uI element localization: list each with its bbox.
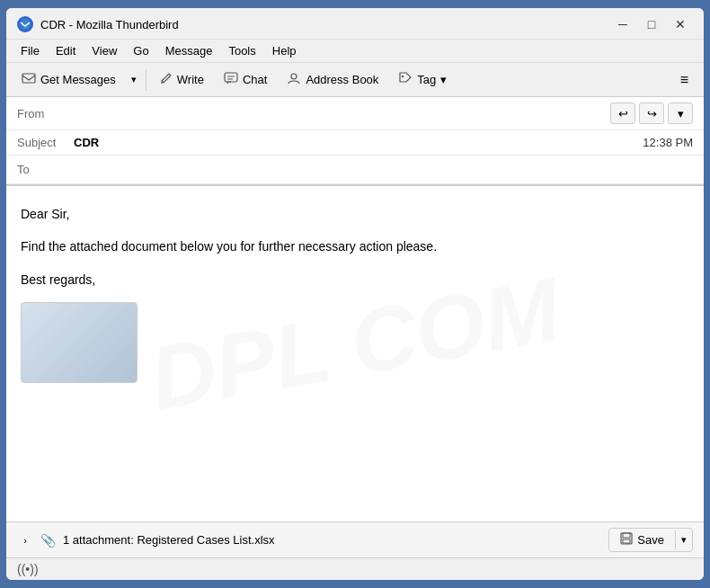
address-book-icon	[287, 71, 301, 88]
subject-label: Subject	[17, 136, 67, 149]
to-row: To	[6, 156, 704, 184]
menu-bar: File Edit View Go Message Tools Help	[6, 40, 704, 63]
more-actions-button[interactable]: ▾	[668, 102, 693, 124]
attachment-bar: › 📎 1 attachment: Registered Cases List.…	[6, 521, 704, 557]
tag-dropdown-icon: ▾	[440, 73, 447, 86]
minimize-button[interactable]: ─	[610, 15, 635, 33]
tag-button[interactable]: Tag ▾	[390, 67, 455, 93]
reply-button[interactable]: ↩	[610, 102, 635, 124]
subject-row: Subject CDR 12:38 PM	[6, 130, 704, 156]
reply-icon: ↩	[618, 107, 628, 120]
menu-tools[interactable]: Tools	[221, 41, 262, 60]
get-messages-button[interactable]: Get Messages	[13, 67, 124, 93]
window-title: CDR - Mozilla Thunderbird	[40, 18, 179, 31]
email-time: 12:38 PM	[643, 136, 693, 149]
toolbar-sep-1	[146, 69, 146, 91]
svg-rect-8	[623, 533, 630, 538]
maximize-button[interactable]: □	[639, 15, 664, 33]
chat-label: Chat	[243, 73, 267, 86]
save-group: Save ▾	[608, 528, 693, 552]
tag-icon	[398, 71, 413, 88]
forward-button[interactable]: ↪	[639, 102, 664, 124]
hamburger-button[interactable]: ≡	[672, 67, 697, 93]
menu-message[interactable]: Message	[158, 41, 220, 60]
title-bar-left: CDR - Mozilla Thunderbird	[17, 16, 179, 32]
email-header: From ↩ ↪ ▾ Subject CDR 12:38 PM	[6, 97, 704, 186]
svg-rect-9	[623, 539, 630, 543]
greeting-line: Dear Sir,	[21, 204, 689, 224]
svg-point-5	[291, 74, 297, 79]
get-messages-label: Get Messages	[40, 73, 116, 86]
get-messages-dropdown[interactable]: ▾	[128, 69, 140, 90]
svg-rect-1	[22, 74, 35, 83]
to-label: To	[17, 163, 67, 176]
header-action-buttons: ↩ ↪ ▾	[610, 102, 693, 124]
paperclip-icon: 📎	[40, 533, 56, 548]
attachment-label: 1 attachment: Registered Cases List.xlsx	[63, 533, 275, 547]
save-label: Save	[637, 533, 664, 547]
attachment-preview-image	[21, 302, 138, 383]
svg-point-0	[20, 19, 31, 30]
connection-status-icon: ((•))	[17, 562, 39, 576]
menu-view[interactable]: View	[84, 41, 124, 60]
attachment-info: › 📎 1 attachment: Registered Cases List.…	[17, 532, 275, 548]
menu-help[interactable]: Help	[265, 41, 304, 60]
save-button[interactable]: Save	[609, 529, 675, 551]
menu-edit[interactable]: Edit	[49, 41, 83, 60]
tag-label: Tag	[417, 73, 436, 86]
toolbar: Get Messages ▾ Write	[6, 63, 704, 97]
from-label: From	[17, 107, 67, 120]
sign-off-line: Best regards,	[21, 270, 689, 290]
address-book-label: Address Book	[306, 73, 378, 86]
window-controls: ─ □ ✕	[610, 15, 693, 33]
title-bar: CDR - Mozilla Thunderbird ─ □ ✕	[6, 8, 704, 40]
from-row: From ↩ ↪ ▾	[6, 97, 704, 130]
app-icon	[17, 16, 33, 32]
get-messages-icon	[22, 71, 36, 88]
close-button[interactable]: ✕	[668, 15, 693, 33]
write-label: Write	[177, 73, 204, 86]
expand-button[interactable]: ›	[17, 532, 33, 548]
email-body: DPL COM Dear Sir, Find the attached docu…	[6, 186, 704, 521]
body-line: Find the attached document below you for…	[21, 236, 689, 256]
forward-icon: ↪	[647, 107, 657, 120]
subject-left: Subject CDR	[17, 136, 99, 149]
write-button[interactable]: Write	[152, 67, 212, 92]
write-icon	[160, 72, 173, 87]
address-book-button[interactable]: Address Book	[279, 67, 386, 93]
save-disk-icon	[620, 532, 633, 548]
svg-rect-2	[225, 73, 237, 82]
email-content: Dear Sir, Find the attached document bel…	[21, 204, 689, 383]
status-bar: ((•))	[6, 557, 704, 580]
more-icon: ▾	[678, 107, 684, 120]
svg-point-6	[402, 76, 404, 77]
menu-go[interactable]: Go	[126, 41, 155, 60]
save-dropdown-button[interactable]: ▾	[675, 530, 692, 549]
menu-file[interactable]: File	[13, 41, 47, 60]
subject-value: CDR	[74, 136, 99, 149]
main-window: CDR - Mozilla Thunderbird ─ □ ✕ File Edi…	[4, 6, 706, 582]
chat-icon	[224, 71, 238, 88]
chat-button[interactable]: Chat	[216, 67, 275, 93]
